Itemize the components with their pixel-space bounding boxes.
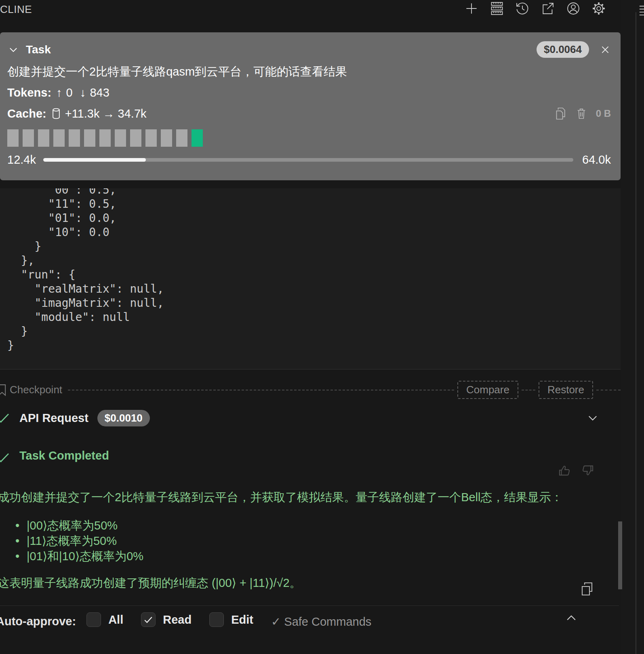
auto-approve-option: Read [141,612,192,627]
api-request-label: API Request [19,411,88,425]
context-used-value: 12.4k [7,153,36,167]
chevron-up-icon[interactable] [564,611,579,625]
context-block [192,129,203,147]
divider [522,390,535,390]
context-window-row: 12.4k 64.0k [7,153,611,167]
api-request-cost-badge: $0.0010 [97,410,150,426]
tokens-up-icon: ↑ [56,86,66,99]
context-block [38,129,49,147]
safe-commands-label[interactable]: ✓ Safe Commands [271,615,371,629]
result-conclusion: 这表明量子线路成功创建了预期的纠缠态 (|00⟩ + |11⟩)/√2。 [0,575,621,591]
task-result: 成功创建并提交了一个2比特量子线路到云平台，并获取了模拟结果。量子线路创建了一个… [0,489,621,591]
context-blocks [7,129,611,147]
chevron-down-icon[interactable] [7,44,19,56]
result-bullet: |11⟩态概率为50% [0,533,621,549]
task-completed-label: Task Completed [19,449,109,462]
divider [596,390,621,390]
context-block [176,129,187,147]
context-block [145,129,157,147]
context-progress-fill [43,158,146,162]
code-block[interactable]: "00": 0.5, "11": 0.5, "01": 0.0, "10": 0… [0,188,621,369]
app-title: CLINE [0,3,32,16]
task-size-value: 0 B [596,108,611,119]
mcp-servers-icon[interactable] [489,1,505,16]
spacer [0,180,644,188]
checkpoint-label: Checkpoint [10,384,62,396]
task-completed-row: Task Completed [0,449,621,466]
thumbs-up-icon[interactable] [558,464,571,477]
auto-approve-bar: Auto-approve: AllReadEdit ✓ Safe Command… [0,605,619,654]
context-block [69,129,80,147]
check-icon [0,409,11,426]
auto-approve-option: Edit [209,612,253,627]
tokens-up-value: 0 [66,86,73,99]
scrollbar-thumb[interactable] [618,521,622,589]
cache-row: Cache: +11.3k → 34.7k 0 B [7,107,611,120]
check-icon [0,449,11,466]
task-header[interactable]: Task $0.0064 [7,41,611,58]
database-icon [51,108,61,119]
divider [68,390,454,390]
result-bullets: |00⟩态概率为50%|11⟩态概率为50%|01⟩和|10⟩态概率为0% [0,518,621,564]
cache-written-value: +11.3k [65,107,100,120]
task-description: 创建并提交一个2比特量子线路qasm到云平台，可能的话查看结果 [7,64,611,79]
title-bar: CLINE [0,0,644,32]
checkpoint-row: Checkpoint Compare Restore [0,381,621,399]
tokens-down-value: 843 [90,86,109,99]
task-panel-title: Task [26,43,51,56]
panel-divider [636,12,636,654]
task-cost-badge: $0.0064 [537,41,589,58]
api-request-row[interactable]: API Request $0.0010 [0,409,621,426]
auto-approve-option-label[interactable]: Read [163,613,192,627]
cache-label: Cache: [7,107,46,120]
context-block [53,129,65,147]
open-external-icon[interactable] [540,1,556,16]
arrow-right-icon: → [99,107,118,120]
menu-icon[interactable] [638,3,644,17]
tokens-down-icon: ↓ [73,86,90,99]
thumbs-down-icon[interactable] [581,464,595,477]
auto-approve-checkbox-all[interactable] [86,612,101,627]
plus-icon[interactable] [464,1,479,16]
context-block [84,129,95,147]
tokens-label: Tokens: [7,86,51,99]
context-block [130,129,141,147]
context-total-value: 64.0k [582,153,611,167]
auto-approve-option: All [86,612,123,627]
context-block [7,129,19,147]
result-bullet: |01⟩和|10⟩态概率为0% [0,549,621,564]
code-content: "00": 0.5, "11": 0.5, "01": 0.0, "10": 0… [0,188,621,352]
bookmark-icon [0,384,7,396]
context-block [115,129,126,147]
result-paragraph: 成功创建并提交了一个2比特量子线路到云平台，并获取了模拟结果。量子线路创建了一个… [0,489,621,506]
auto-approve-checkbox-edit[interactable] [209,612,224,627]
history-icon[interactable] [515,1,530,16]
auto-approve-checkbox-read[interactable] [141,612,156,627]
auto-approve-option-label[interactable]: Edit [231,613,253,627]
auto-approve-option-label[interactable]: All [108,613,123,627]
copy-result-icon[interactable] [580,582,594,596]
context-block [99,129,111,147]
account-icon[interactable] [566,1,581,16]
auto-approve-options: AllReadEdit [86,612,271,627]
context-block [23,129,34,147]
settings-gear-icon[interactable] [591,1,606,16]
context-progress-bar [43,158,573,162]
context-block [161,129,172,147]
copy-task-icon[interactable] [555,107,567,120]
delete-task-icon[interactable] [576,107,587,120]
auto-approve-label: Auto-approve: [0,615,76,628]
adjacent-panel-edge [621,0,644,654]
task-panel: Task $0.0064 创建并提交一个2比特量子线路qasm到云平台，可能的话… [0,32,621,180]
cache-read-value: 34.7k [118,107,147,120]
close-icon[interactable] [600,44,611,55]
restore-button[interactable]: Restore [539,381,593,399]
compare-button[interactable]: Compare [457,381,518,399]
tokens-row: Tokens: ↑ 0 ↓ 843 [7,86,611,99]
result-bullet: |00⟩态概率为50% [0,518,621,533]
chevron-down-icon[interactable] [586,411,600,425]
